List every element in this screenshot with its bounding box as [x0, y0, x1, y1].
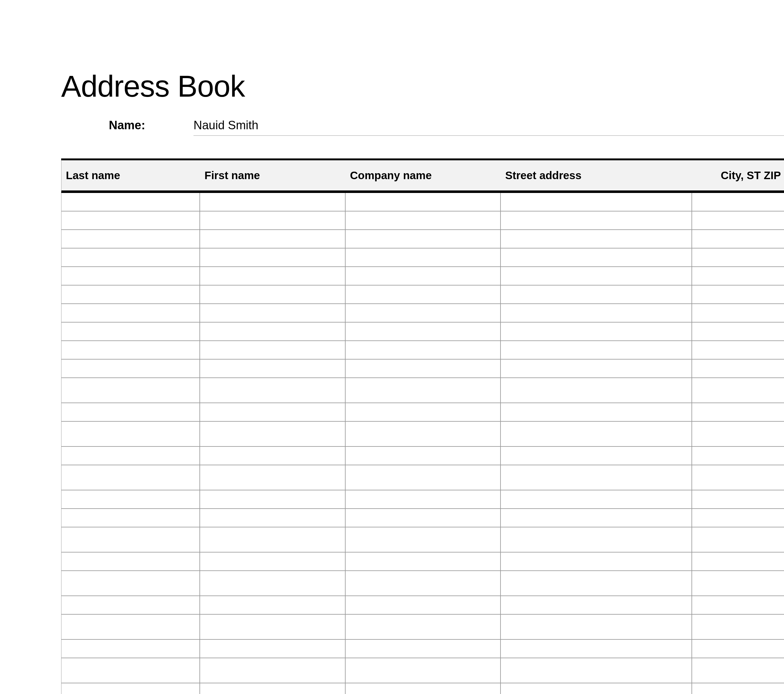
table-cell[interactable] [501, 447, 692, 465]
table-cell[interactable] [501, 403, 692, 421]
table-cell[interactable] [61, 509, 200, 527]
table-cell[interactable] [61, 640, 200, 658]
table-row[interactable] [61, 285, 784, 304]
table-row[interactable] [61, 378, 784, 403]
table-cell[interactable] [692, 490, 784, 508]
table-row[interactable] [61, 596, 784, 615]
table-cell[interactable] [501, 422, 692, 446]
table-row[interactable] [61, 465, 784, 490]
table-cell[interactable] [501, 193, 692, 211]
table-cell[interactable] [501, 230, 692, 248]
table-cell[interactable] [61, 528, 200, 552]
table-cell[interactable] [200, 403, 346, 421]
table-row[interactable] [61, 571, 784, 596]
table-cell[interactable] [692, 267, 784, 285]
table-cell[interactable] [200, 571, 346, 595]
table-cell[interactable] [200, 304, 346, 322]
table-row[interactable] [61, 230, 784, 249]
table-cell[interactable] [501, 323, 692, 340]
table-cell[interactable] [346, 658, 501, 683]
table-row[interactable] [61, 323, 784, 341]
table-row[interactable] [61, 341, 784, 359]
table-cell[interactable] [61, 304, 200, 322]
table-cell[interactable] [61, 658, 200, 683]
table-cell[interactable] [200, 528, 346, 552]
table-cell[interactable] [61, 193, 200, 211]
table-cell[interactable] [692, 304, 784, 322]
table-row[interactable] [61, 658, 784, 683]
table-cell[interactable] [501, 304, 692, 322]
table-cell[interactable] [61, 285, 200, 303]
table-cell[interactable] [346, 640, 501, 658]
table-row[interactable] [61, 683, 784, 694]
table-cell[interactable] [61, 267, 200, 285]
table-cell[interactable] [346, 509, 501, 527]
table-cell[interactable] [501, 490, 692, 508]
table-cell[interactable] [200, 422, 346, 446]
table-cell[interactable] [501, 683, 692, 694]
table-row[interactable] [61, 304, 784, 323]
table-cell[interactable] [346, 323, 501, 340]
table-cell[interactable] [346, 422, 501, 446]
table-cell[interactable] [200, 683, 346, 694]
table-cell[interactable] [346, 267, 501, 285]
table-cell[interactable] [692, 658, 784, 683]
table-cell[interactable] [200, 193, 346, 211]
table-cell[interactable] [346, 211, 501, 229]
table-cell[interactable] [200, 211, 346, 229]
table-cell[interactable] [200, 640, 346, 658]
table-cell[interactable] [501, 552, 692, 570]
table-cell[interactable] [346, 193, 501, 211]
table-row[interactable] [61, 193, 784, 211]
table-cell[interactable] [61, 323, 200, 340]
table-cell[interactable] [501, 528, 692, 552]
table-cell[interactable] [692, 323, 784, 340]
table-row[interactable] [61, 640, 784, 658]
table-cell[interactable] [346, 596, 501, 614]
table-cell[interactable] [346, 285, 501, 303]
table-cell[interactable] [692, 422, 784, 446]
table-cell[interactable] [200, 552, 346, 570]
table-cell[interactable] [692, 509, 784, 527]
table-cell[interactable] [61, 211, 200, 229]
table-cell[interactable] [200, 447, 346, 465]
table-cell[interactable] [692, 615, 784, 639]
table-cell[interactable] [61, 465, 200, 490]
table-cell[interactable] [200, 465, 346, 490]
table-row[interactable] [61, 509, 784, 528]
table-cell[interactable] [692, 465, 784, 490]
table-row[interactable] [61, 403, 784, 422]
table-cell[interactable] [346, 683, 501, 694]
table-cell[interactable] [61, 596, 200, 614]
table-cell[interactable] [200, 490, 346, 508]
table-cell[interactable] [200, 230, 346, 248]
table-cell[interactable] [501, 267, 692, 285]
table-cell[interactable] [692, 230, 784, 248]
table-cell[interactable] [501, 378, 692, 402]
table-cell[interactable] [692, 596, 784, 614]
table-cell[interactable] [501, 285, 692, 303]
table-cell[interactable] [501, 571, 692, 595]
table-cell[interactable] [692, 285, 784, 303]
table-cell[interactable] [346, 304, 501, 322]
table-cell[interactable] [501, 249, 692, 266]
table-row[interactable] [61, 615, 784, 640]
table-row[interactable] [61, 552, 784, 571]
table-cell[interactable] [501, 211, 692, 229]
table-cell[interactable] [61, 403, 200, 421]
table-cell[interactable] [61, 230, 200, 248]
table-cell[interactable] [346, 230, 501, 248]
table-cell[interactable] [692, 211, 784, 229]
table-cell[interactable] [61, 615, 200, 639]
table-cell[interactable] [346, 447, 501, 465]
table-cell[interactable] [501, 465, 692, 490]
table-cell[interactable] [61, 447, 200, 465]
table-cell[interactable] [346, 359, 501, 377]
table-row[interactable] [61, 422, 784, 447]
table-cell[interactable] [346, 341, 501, 359]
table-cell[interactable] [346, 571, 501, 595]
table-cell[interactable] [61, 683, 200, 694]
table-cell[interactable] [692, 683, 784, 694]
table-row[interactable] [61, 267, 784, 285]
table-cell[interactable] [501, 615, 692, 639]
